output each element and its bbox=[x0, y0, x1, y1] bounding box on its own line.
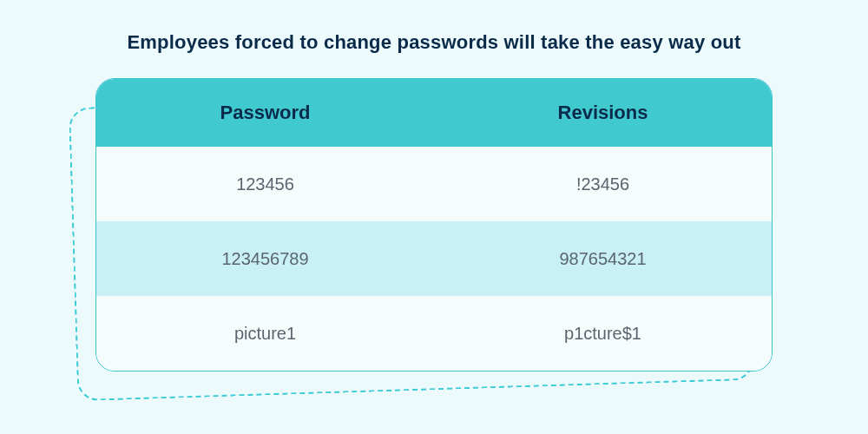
cell-password: 123456789 bbox=[96, 249, 434, 269]
cell-revision: !23456 bbox=[434, 174, 772, 194]
table-row: picture1 p1cture$1 bbox=[96, 296, 772, 371]
cell-password: 123456 bbox=[96, 174, 434, 194]
page-title: Employees forced to change passwords wil… bbox=[0, 0, 868, 78]
table-container: Password Revisions 123456 !23456 1234567… bbox=[95, 78, 773, 372]
table-header-row: Password Revisions bbox=[96, 79, 772, 147]
col-header-revisions: Revisions bbox=[434, 102, 772, 124]
table-row: 123456789 987654321 bbox=[96, 221, 772, 296]
cell-password: picture1 bbox=[96, 324, 434, 344]
password-table: Password Revisions 123456 !23456 1234567… bbox=[95, 78, 773, 372]
col-header-password: Password bbox=[96, 102, 434, 124]
cell-revision: p1cture$1 bbox=[434, 324, 772, 344]
cell-revision: 987654321 bbox=[434, 249, 772, 269]
table-row: 123456 !23456 bbox=[96, 147, 772, 221]
